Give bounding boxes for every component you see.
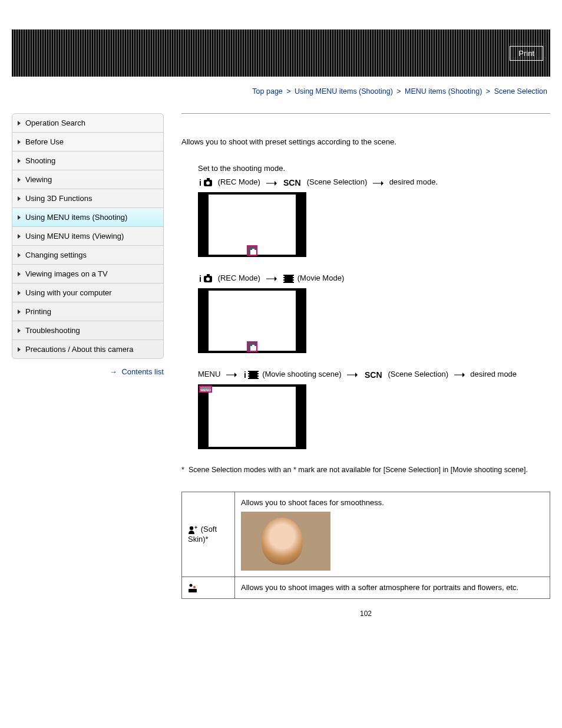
svg-rect-33 [248, 373, 249, 374]
svg-marker-8 [381, 181, 384, 186]
breadcrumb-link[interactable]: MENU items (Shooting) [405, 87, 482, 95]
table-row: Allows you to shoot images with a softer… [182, 577, 550, 599]
svg-rect-24 [293, 279, 294, 281]
step-path: i (REC Mode) (Movie Mode) [198, 274, 550, 284]
label: desired mode. [389, 177, 438, 186]
sidebar-item-label: Using MENU items (Viewing) [25, 232, 124, 241]
breadcrumb-link[interactable]: Using MENU items (Shooting) [295, 87, 393, 95]
svg-text:SCN: SCN [365, 371, 382, 379]
lcd-hotspot-icon [247, 341, 257, 352]
film-icon [283, 274, 294, 284]
svg-rect-23 [293, 277, 294, 278]
breadcrumb-sep: > [486, 87, 490, 95]
svg-rect-48 [189, 589, 197, 592]
sidebar-item-label: Troubleshooting [25, 326, 80, 335]
svg-rect-9 [250, 250, 256, 255]
svg-rect-19 [283, 277, 285, 278]
svg-text:i: i [199, 274, 201, 284]
modes-table: + (Soft Skin)* Allows you to shoot faces… [181, 492, 550, 599]
mode-desc-cell: Allows you to shoot faces for smoothness… [235, 492, 550, 577]
sidebar-item-label: Before Use [25, 137, 64, 146]
svg-rect-27 [252, 345, 254, 347]
breadcrumb-link[interactable]: Scene Selection [494, 87, 547, 95]
lcd-mock: MENU [198, 384, 306, 449]
breadcrumb-link[interactable]: Top page [252, 87, 282, 95]
label: (REC Mode) [218, 274, 260, 282]
i-camera-icon: i [199, 177, 214, 187]
svg-rect-31 [249, 371, 257, 379]
mode-label-cell [182, 577, 235, 599]
arrow-right-icon [373, 178, 384, 187]
sidebar-item-label: Printing [25, 307, 51, 316]
sidebar-item-label: Using 3D Functions [25, 194, 92, 203]
sidebar-item-label: Changing settings [25, 251, 87, 259]
label: (Scene Selection) [388, 370, 448, 378]
svg-rect-37 [257, 373, 259, 374]
lcd-hotspot-icon [247, 245, 257, 256]
table-row: + (Soft Skin)* Allows you to shoot faces… [182, 492, 550, 577]
contents-list-link[interactable]: Contents list [121, 367, 164, 376]
sidebar-item[interactable]: Viewing images on a TV [12, 265, 163, 284]
sidebar-item-label: Operation Search [25, 118, 85, 127]
svg-rect-18 [283, 275, 285, 276]
sidebar-item[interactable]: Using MENU items (Shooting) [12, 208, 163, 227]
step-text: Set to the shooting mode. [198, 164, 550, 173]
svg-point-47 [190, 584, 193, 587]
svg-rect-34 [248, 375, 249, 377]
person-plus-icon: + [188, 525, 201, 533]
horizontal-rule [181, 113, 550, 114]
svg-marker-5 [275, 181, 277, 186]
svg-text:SCN: SCN [283, 179, 301, 187]
page-number: 102 [181, 610, 550, 618]
svg-text:i: i [199, 178, 201, 187]
sidebar-item[interactable]: Viewing [12, 170, 163, 189]
svg-point-3 [206, 181, 210, 185]
svg-rect-21 [283, 282, 285, 283]
person-camera-icon [188, 583, 199, 592]
svg-rect-17 [285, 275, 293, 283]
arrow-right-icon [226, 370, 237, 379]
sidebar-item[interactable]: Shooting [12, 151, 163, 170]
svg-text:i: i [244, 370, 246, 380]
svg-marker-41 [355, 373, 358, 377]
sidebar-item[interactable]: Using with your computer [12, 284, 163, 302]
sidebar-item[interactable]: Using 3D Functions [12, 189, 163, 208]
label: desired mode [470, 370, 517, 378]
sidebar-item[interactable]: Before Use [12, 133, 163, 151]
svg-marker-44 [462, 373, 465, 377]
svg-rect-32 [248, 371, 249, 372]
label: (Movie Mode) [297, 274, 344, 282]
label: MENU [198, 370, 220, 378]
sidebar-item[interactable]: Troubleshooting [12, 321, 163, 340]
sidebar-item[interactable]: Changing settings [12, 246, 163, 265]
svg-point-45 [190, 526, 193, 530]
i-film-icon: i [244, 370, 259, 380]
main-content: Allows you to shoot with preset settings… [181, 113, 550, 618]
svg-text:+: + [194, 525, 197, 531]
svg-rect-38 [257, 375, 259, 377]
sidebar-item[interactable]: Using MENU items (Viewing) [12, 227, 163, 246]
sidebar-item[interactable]: Printing [12, 302, 163, 321]
step-path: i (REC Mode) SCN (Scene Selection) desir… [198, 177, 550, 187]
sidebar-item-label: Shooting [25, 156, 55, 165]
i-camera-icon: i [199, 274, 214, 284]
sidebar-item-label: Using MENU items (Shooting) [25, 213, 127, 222]
svg-point-49 [193, 586, 196, 588]
scn-icon: SCN [365, 370, 385, 379]
svg-marker-29 [234, 373, 237, 377]
header-band: Print [12, 29, 550, 77]
svg-rect-25 [293, 282, 294, 283]
label: (REC Mode) [218, 177, 260, 186]
breadcrumb: Top page > Using MENU items (Shooting) >… [12, 87, 547, 95]
svg-rect-20 [283, 279, 285, 281]
breadcrumb-sep: > [286, 87, 290, 95]
svg-rect-22 [293, 275, 294, 276]
sidebar-item[interactable]: Precautions / About this camera [12, 340, 163, 358]
sidebar-item[interactable]: Operation Search [12, 114, 163, 133]
svg-rect-13 [207, 274, 210, 276]
arrow-right-icon [454, 370, 465, 379]
print-button[interactable]: Print [510, 46, 543, 61]
sidebar: Operation SearchBefore UseShootingViewin… [12, 113, 164, 359]
scn-icon: SCN [283, 178, 303, 187]
sidebar-item-label: Viewing [25, 175, 52, 184]
